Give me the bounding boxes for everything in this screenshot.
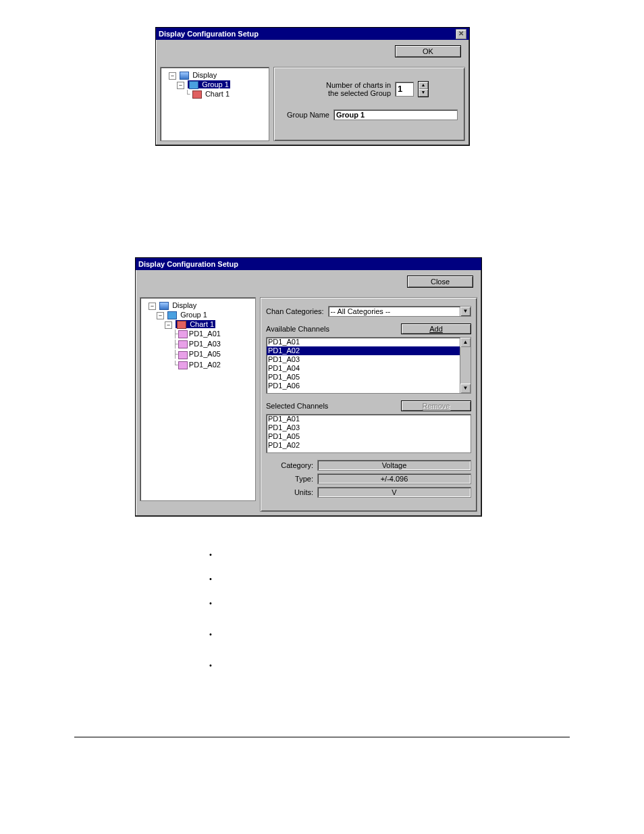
type-value: +/-4.096 [317, 473, 471, 484]
chart-icon [192, 90, 202, 99]
tree-chart[interactable]: Chart 1 [190, 320, 214, 328]
titlebar[interactable]: Display Configuration Setup ✕ [156, 28, 469, 40]
available-channels-label: Available Channels [266, 325, 329, 333]
group-icon [189, 81, 198, 89]
list-item[interactable]: PD1_A05 [267, 432, 471, 441]
display-config-dialog-1: Display Configuration Setup ✕ OK − Displ… [155, 27, 470, 146]
scrollbar[interactable]: ▲ ▼ [460, 338, 471, 393]
display-icon [159, 302, 169, 310]
category-label: Category: [266, 461, 313, 469]
list-item[interactable]: PD1_A06 [267, 382, 471, 390]
group-name-input[interactable]: Group 1 [333, 109, 458, 120]
charts-label-1: Number of charts in [310, 81, 391, 89]
channel-icon [178, 340, 188, 348]
tree-chan[interactable]: PD1_A03 [189, 340, 221, 348]
display-config-dialog-2: Display Configuration Setup Close − Disp… [135, 257, 482, 517]
bullet-list: • • • • • [209, 550, 570, 669]
list-item[interactable]: PD1_A02 [267, 346, 471, 355]
close-button[interactable]: Close [407, 276, 473, 288]
tree-panel[interactable]: − Display − Group 1 [160, 67, 269, 141]
chart-icon [177, 321, 186, 329]
tree-group[interactable]: Group 1 [202, 80, 229, 88]
channel-icon [178, 330, 188, 338]
collapse-icon[interactable]: − [169, 72, 176, 80]
tree-display[interactable]: Display [172, 301, 196, 309]
scroll-up-icon[interactable]: ▲ [460, 338, 471, 347]
list-item[interactable]: PD1_A02 [267, 441, 471, 450]
list-item[interactable]: PD1_A03 [267, 423, 471, 432]
charts-spinner[interactable]: ▲ ▼ [418, 81, 429, 97]
display-icon [180, 72, 189, 80]
chan-categories-value: -- All Categories -- [328, 306, 460, 317]
charts-count-input[interactable]: 1 [395, 82, 414, 97]
remove-button[interactable]: Remove [401, 400, 471, 411]
chevron-down-icon[interactable]: ▼ [460, 306, 471, 317]
selected-channels-list[interactable]: PD1_A01 PD1_A03 PD1_A05 PD1_A02 [266, 414, 471, 453]
tree-chan[interactable]: PD1_A02 [189, 361, 221, 369]
list-item[interactable]: PD1_A01 [267, 415, 471, 423]
titlebar[interactable]: Display Configuration Setup [136, 258, 481, 270]
list-item[interactable]: PD1_A04 [267, 364, 471, 373]
tree-connector-icon: └ [185, 90, 190, 98]
footer-divider [74, 737, 570, 737]
window-title: Display Configuration Setup [159, 30, 259, 38]
available-channels-list[interactable]: PD1_A01 PD1_A02 PD1_A03 PD1_A04 PD1_A05 … [266, 337, 471, 394]
spinner-down-icon[interactable]: ▼ [419, 89, 428, 97]
collapse-icon[interactable]: − [165, 321, 172, 329]
tree-chart[interactable]: Chart 1 [205, 90, 230, 98]
tree-chan[interactable]: PD1_A01 [189, 330, 221, 338]
ok-button[interactable]: OK [395, 45, 461, 57]
tree-panel[interactable]: − Display − Group 1 − [140, 297, 256, 501]
channel-icon [178, 351, 188, 359]
list-item[interactable]: PD1_A03 [267, 355, 471, 364]
scroll-down-icon[interactable]: ▼ [460, 384, 471, 393]
units-label: Units: [266, 488, 313, 496]
list-item[interactable]: PD1_A05 [267, 373, 471, 382]
collapse-icon[interactable]: − [177, 82, 184, 89]
window-title: Display Configuration Setup [138, 260, 238, 268]
category-value: Voltage [317, 460, 471, 471]
collapse-icon[interactable]: − [157, 312, 164, 319]
list-item[interactable]: PD1_A01 [267, 338, 471, 346]
type-label: Type: [266, 475, 313, 483]
tree-chan[interactable]: PD1_A05 [189, 350, 221, 358]
chan-categories-label: Chan Categories: [266, 307, 324, 315]
group-icon [167, 311, 177, 319]
close-icon[interactable]: ✕ [456, 29, 466, 39]
add-button[interactable]: Add [401, 323, 471, 334]
spinner-up-icon[interactable]: ▲ [419, 82, 428, 89]
charts-label-2: the selected Group [310, 89, 391, 97]
tree-group[interactable]: Group 1 [180, 311, 207, 319]
group-name-label: Group Name [281, 111, 329, 119]
collapse-icon[interactable]: − [149, 303, 156, 310]
tree-display[interactable]: Display [192, 71, 217, 79]
selected-channels-label: Selected Channels [266, 402, 328, 410]
chan-categories-select[interactable]: -- All Categories -- ▼ [328, 306, 471, 317]
units-value: V [317, 487, 471, 498]
channel-icon [178, 361, 188, 369]
